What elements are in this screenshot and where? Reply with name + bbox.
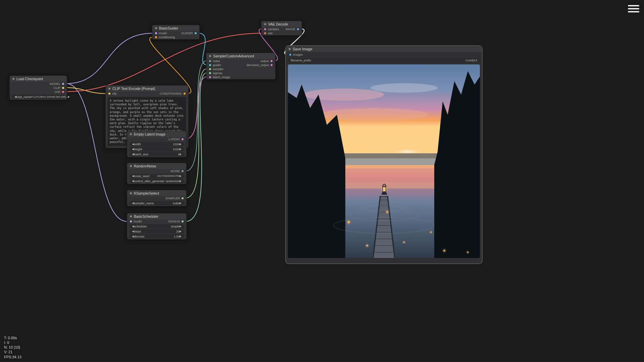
node-title[interactable]: Empty Latent Image <box>127 131 186 137</box>
node-title[interactable]: RandomNoise <box>127 163 186 169</box>
width-widget[interactable]: ◀width1024▶ <box>129 142 184 146</box>
denoise-widget[interactable]: ◀denoise1.00▶ <box>129 234 184 239</box>
node-ksampler-select[interactable]: KSamplerSelect SAMPLER ◀sampler_nameeule… <box>127 190 187 206</box>
svg-point-40 <box>402 241 406 244</box>
seed-widget[interactable]: ◀noise_seed342753830903756▶ <box>129 174 184 178</box>
node-basic-guider[interactable]: BasicGuider model GUIDER conditioning <box>152 25 200 40</box>
status-overlay: T: 0.00s I: 0 N: 10 [10] V: 21 FPS:34.13 <box>4 335 21 359</box>
svg-point-42 <box>429 230 433 234</box>
control-after-widget[interactable]: ◀control_after_generaterandomize▶ <box>129 179 184 183</box>
svg-rect-31 <box>382 193 387 195</box>
node-sampler-custom-advanced[interactable]: SamplerCustomAdvanced noiseoutput guider… <box>206 53 276 80</box>
node-title[interactable]: Save Image <box>286 46 482 52</box>
scheduler-widget[interactable]: ◀schedulersimple▶ <box>129 224 184 228</box>
node-title[interactable]: CLIP Text Encode (Prompt) <box>106 86 188 92</box>
node-load-checkpoint[interactable]: Load Checkpoint MODEL CLIP VAE ◀ ckpt_na… <box>9 75 67 100</box>
svg-point-1 <box>303 89 384 101</box>
menu-icon[interactable] <box>628 3 639 14</box>
sampler-name-widget[interactable]: ◀sampler_nameeuler▶ <box>129 201 184 205</box>
steps-widget[interactable]: ◀steps20▶ <box>129 229 184 234</box>
output-image[interactable] <box>288 64 480 258</box>
svg-point-32 <box>381 186 388 193</box>
svg-point-44 <box>442 249 446 253</box>
svg-point-34 <box>346 220 351 224</box>
node-title[interactable]: BasicGuider <box>152 25 199 31</box>
batch-widget[interactable]: ◀batch_size1▶ <box>129 152 184 156</box>
node-title[interactable]: KSamplerSelect <box>127 190 186 196</box>
chevron-right-icon[interactable]: ▶ <box>68 95 70 98</box>
node-save-image[interactable]: Save Image images filename_prefix ComfyU… <box>285 45 483 264</box>
node-title[interactable]: SamplerCustomAdvanced <box>206 53 275 59</box>
node-empty-latent[interactable]: Empty Latent Image LATENT ◀width1024▶ ◀h… <box>127 131 187 157</box>
svg-point-2 <box>370 83 438 93</box>
ckpt-name-selector[interactable]: ◀ ckpt_name FLUX1/flux1-schnell-fp8.safe… <box>12 95 65 99</box>
svg-point-38 <box>365 244 369 248</box>
node-title[interactable]: VAE Decode <box>261 21 302 27</box>
height-widget[interactable]: ◀height1024▶ <box>129 147 184 151</box>
svg-point-46 <box>466 251 469 254</box>
node-title[interactable]: Load Checkpoint <box>10 76 67 82</box>
node-title[interactable]: BasicScheduler <box>127 213 186 219</box>
node-random-noise[interactable]: RandomNoise NOISE ◀noise_seed34275383090… <box>127 163 187 184</box>
filename-prefix-input[interactable]: filename_prefix ComfyUI <box>288 58 480 62</box>
node-vae-decode[interactable]: VAE Decode samplesIMAGE vae <box>261 21 302 36</box>
node-basic-scheduler[interactable]: BasicScheduler modelSIGMAS ◀schedulersim… <box>127 213 187 240</box>
node-graph-canvas[interactable]: Load Checkpoint MODEL CLIP VAE ◀ ckpt_na… <box>0 0 644 362</box>
